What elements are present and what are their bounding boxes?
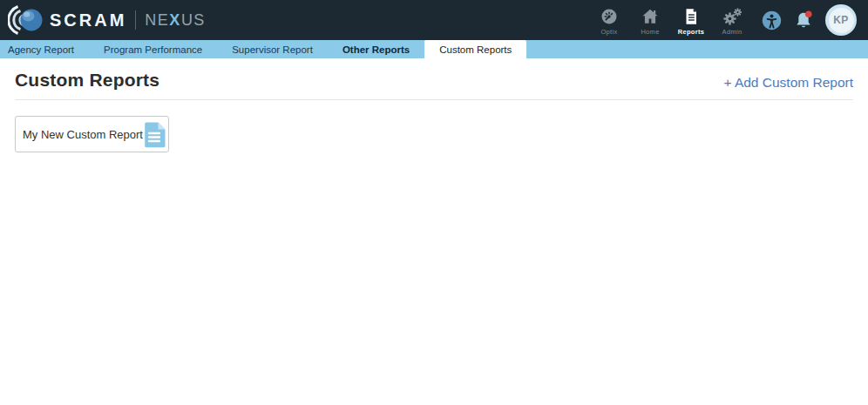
header-divider — [15, 99, 853, 100]
page-title: Custom Reports — [15, 70, 159, 91]
brand-scram-text: SCRAM — [50, 11, 126, 29]
nexus-x-glyph: X — [169, 11, 181, 29]
topbar-actions: Optix Home — [594, 4, 857, 36]
gauge-icon — [600, 8, 618, 25]
nav-label-optix: Optix — [600, 28, 617, 36]
bell-icon — [793, 10, 814, 30]
nav-label-reports: Reports — [678, 28, 704, 36]
notification-badge — [805, 10, 812, 17]
tab-agency-report[interactable]: Agency Report — [0, 40, 89, 58]
nav-item-optix[interactable]: Optix — [594, 5, 624, 36]
nav-item-reports[interactable]: Reports — [676, 5, 706, 36]
page-header: Custom Reports + Add Custom Report — [15, 70, 853, 91]
report-card-title: My New Custom Report — [23, 128, 143, 141]
nav-label-home: Home — [641, 28, 659, 36]
scram-globe-icon — [8, 5, 43, 35]
add-custom-report-link[interactable]: + Add Custom Report — [723, 75, 853, 91]
tab-custom-reports[interactable]: Custom Reports — [424, 40, 526, 58]
accessibility-button[interactable] — [762, 10, 782, 30]
brand-divider — [135, 10, 136, 30]
custom-report-card[interactable]: My New Custom Report — [15, 116, 169, 152]
tab-program-performance[interactable]: Program Performance — [89, 40, 217, 58]
brand-nexus-text: NEXUS — [145, 12, 206, 28]
reports-tab-bar: Agency Report Program Performance Superv… — [0, 40, 868, 58]
user-avatar[interactable]: KP — [825, 4, 857, 36]
nav-item-admin[interactable]: Admin — [717, 5, 747, 36]
accessibility-icon — [762, 10, 782, 30]
scram-nexus-logo[interactable]: SCRAM NEXUS — [8, 5, 206, 35]
custom-reports-page: Custom Reports + Add Custom Report My Ne… — [0, 70, 868, 152]
nav-label-admin: Admin — [722, 28, 743, 36]
home-icon — [641, 8, 659, 25]
nav-item-home[interactable]: Home — [635, 5, 665, 36]
document-icon — [682, 8, 700, 25]
tab-supervisor-report[interactable]: Supervisor Report — [217, 40, 328, 58]
tab-other-reports[interactable]: Other Reports — [328, 40, 424, 58]
avatar-initials: KP — [833, 14, 848, 26]
gears-icon — [722, 8, 742, 25]
top-navigation-bar: SCRAM NEXUS Optix — [0, 0, 868, 40]
notifications-button[interactable] — [793, 10, 814, 30]
report-document-icon — [143, 121, 167, 148]
